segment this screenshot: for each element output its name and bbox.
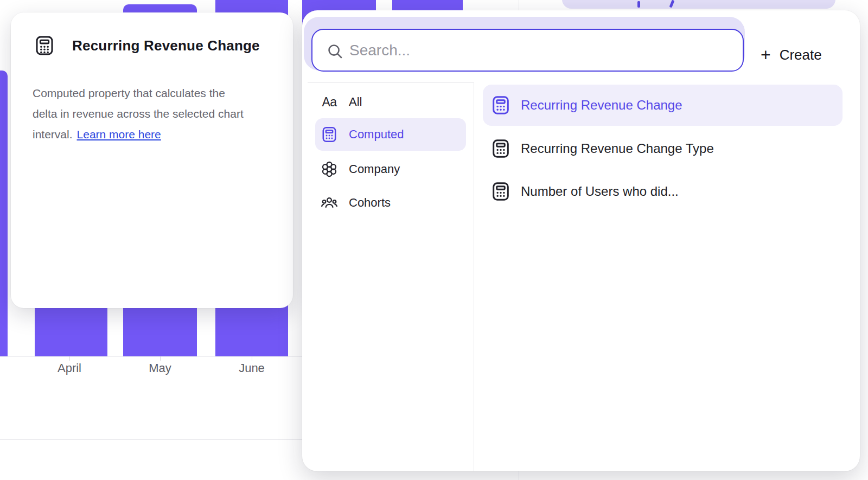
property-picker-modal: + Create Aa All Computed — [302, 10, 860, 471]
create-button-label: Create — [780, 47, 822, 63]
partial-text-fragment — [637, 1, 640, 8]
description-line-end: interval. — [33, 128, 73, 140]
axis-tick — [69, 356, 70, 361]
category-label: Company — [349, 162, 400, 176]
chart-bar — [0, 71, 8, 356]
search-focus-halo — [304, 17, 745, 71]
tooltip-title: Recurring Revenue Change — [72, 37, 260, 54]
result-label: Recurring Revenue Change Type — [521, 141, 714, 156]
x-axis-label: May — [122, 361, 198, 375]
partial-text-fragment — [669, 0, 675, 8]
text-format-icon: Aa — [321, 93, 338, 111]
calculator-icon — [490, 138, 511, 159]
cohorts-icon — [321, 194, 338, 212]
axis-tick — [252, 356, 252, 361]
result-item-recurring-revenue-change-type[interactable]: Recurring Revenue Change Type — [483, 128, 843, 169]
calculator-icon — [490, 95, 511, 116]
result-label: Number of Users who did... — [521, 184, 679, 199]
category-item-computed[interactable]: Computed — [315, 118, 466, 151]
description-line: interval.Learn more here — [33, 124, 277, 145]
search-input[interactable] — [349, 31, 729, 69]
description-line: delta in revenue across the selected cha… — [33, 104, 277, 124]
x-axis-label: June — [214, 361, 290, 375]
category-label: Cohorts — [349, 196, 391, 210]
learn-more-link[interactable]: Learn more here — [77, 128, 161, 140]
property-tooltip-card: Recurring Revenue Change Computed proper… — [11, 12, 293, 308]
x-axis-label: April — [31, 361, 107, 375]
tooltip-description: Computed property that calculates the de… — [33, 83, 277, 145]
company-icon — [321, 161, 338, 178]
category-item-cohorts[interactable]: Cohorts — [315, 187, 466, 219]
search-icon — [327, 43, 343, 60]
description-line: Computed property that calculates the — [33, 83, 277, 104]
category-panel-top-divider — [308, 82, 474, 83]
category-label: All — [349, 95, 362, 109]
result-label: Recurring Revenue Change — [521, 98, 682, 113]
panel-vertical-divider — [474, 82, 474, 471]
search-box — [311, 29, 744, 72]
result-item-number-of-users-who-did[interactable]: Number of Users who did... — [483, 171, 843, 212]
calculator-icon — [321, 126, 338, 143]
axis-tick — [160, 356, 161, 361]
plus-icon: + — [761, 46, 771, 63]
category-item-company[interactable]: Company — [315, 153, 466, 185]
create-button[interactable]: + Create — [761, 40, 847, 70]
calculator-icon — [490, 181, 511, 202]
result-item-recurring-revenue-change[interactable]: Recurring Revenue Change — [483, 85, 843, 126]
category-item-all[interactable]: Aa All — [315, 86, 466, 118]
category-label: Computed — [349, 127, 404, 142]
calculator-icon — [34, 35, 55, 56]
selected-property-pill[interactable] — [562, 0, 835, 9]
